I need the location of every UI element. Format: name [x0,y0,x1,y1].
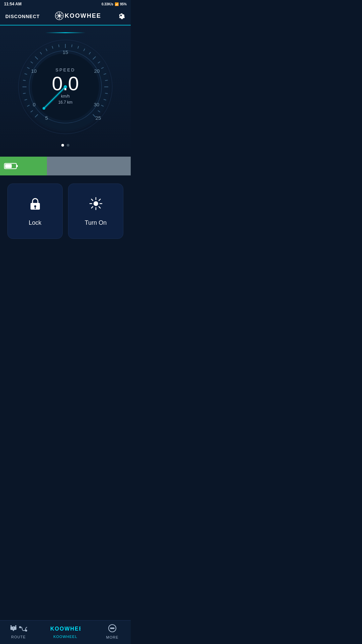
svg-point-52 [43,107,45,110]
settings-button[interactable] [117,11,125,22]
speed-label: SPEED [52,67,79,72]
svg-line-66 [99,207,100,208]
svg-text:10: 10 [31,68,37,74]
battery-filled [0,157,47,175]
speedometer-area: 0 5 10 15 20 25 30 SPEED 0.0 km/h 16.7 k… [0,25,131,157]
svg-text:15: 15 [63,49,68,55]
battery-section [0,157,131,175]
svg-point-5 [58,15,60,17]
page-dot-2[interactable] [67,144,69,147]
status-time: 11:54 AM [4,2,21,6]
lock-icon [28,196,43,214]
svg-rect-55 [16,165,18,167]
distance-value: 16.7 km [52,100,79,105]
speed-value: 0.0 [52,74,79,93]
svg-line-26 [72,45,72,47]
lock-button[interactable]: Lock [7,183,63,239]
svg-line-68 [91,207,93,208]
svg-text:25: 25 [96,115,101,121]
battery-empty [47,157,131,175]
svg-text:KOOWHEEL: KOOWHEEL [65,12,102,19]
turn-on-label: Turn On [85,219,107,226]
disconnect-button[interactable]: DISCONNECT [5,14,40,19]
wifi-icon: 📶 [115,2,119,6]
svg-line-16 [23,80,26,80]
status-bar: 11:54 AM 0.33K/s 📶 95% [0,0,131,8]
lock-label: Lock [28,219,41,226]
svg-point-60 [94,201,98,206]
header: DISCONNECT KOOWHEEL [0,8,131,25]
svg-text:5: 5 [45,115,48,121]
svg-line-67 [99,199,100,200]
speedometer: 0 5 10 15 20 25 30 SPEED 0.0 km/h 16.7 k… [15,37,116,137]
network-speed: 0.33K/s [102,2,113,6]
speed-unit: km/h [52,94,79,99]
svg-line-14 [23,93,26,94]
svg-text:0: 0 [33,102,36,107]
svg-line-24 [59,45,59,47]
page-dot-1[interactable] [61,144,64,147]
svg-line-65 [91,199,93,200]
logo: KOOWHEEL [55,11,102,22]
status-right: 0.33K/s 📶 95% [102,2,127,6]
battery-status: 95% [120,2,127,6]
sun-icon [88,196,103,214]
battery-icon [4,162,18,170]
svg-text:20: 20 [94,68,100,74]
page-dots [61,144,69,147]
turn-on-button[interactable]: Turn On [68,183,123,239]
speed-display: SPEED 0.0 km/h 16.7 km [52,67,79,105]
svg-text:30: 30 [94,102,100,107]
svg-line-34 [105,80,108,80]
svg-rect-56 [5,164,12,168]
svg-line-36 [105,93,108,94]
controls-area: Lock Turn On [0,175,131,244]
